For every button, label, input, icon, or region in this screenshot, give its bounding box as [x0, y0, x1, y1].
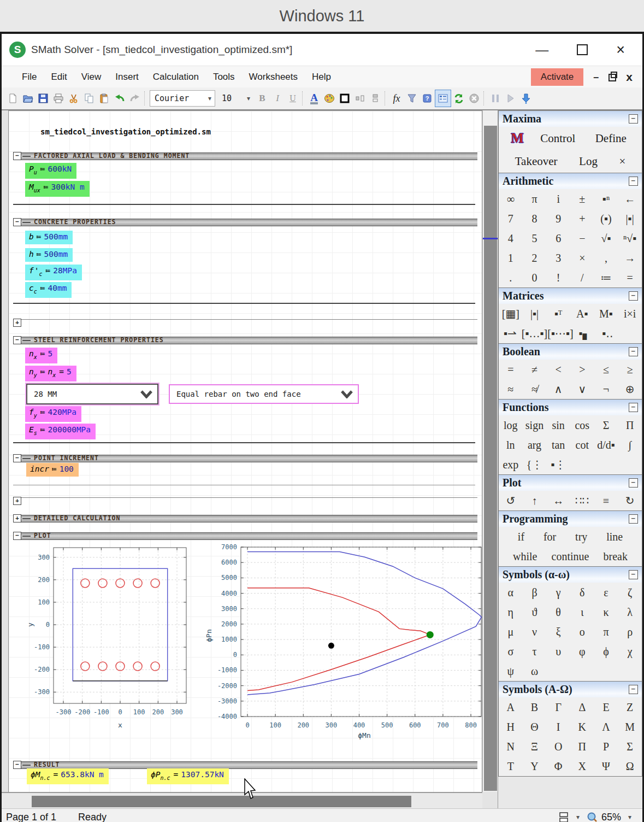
palette-button[interactable]: ⊕ [625, 383, 635, 396]
palette-button[interactable]: I [557, 721, 560, 733]
palette-button[interactable]: σ [507, 645, 513, 658]
show-sidebar-button[interactable] [435, 90, 451, 107]
palette-button[interactable]: ≥ [627, 363, 633, 376]
palette-button[interactable]: φ [579, 645, 586, 658]
palette-button[interactable]: Ξ [531, 741, 538, 753]
redo-button[interactable] [127, 90, 143, 107]
palette-button[interactable]: = [627, 272, 633, 284]
palette-button[interactable]: ≤ [603, 363, 609, 376]
maxima-control-button[interactable]: Control [537, 131, 578, 146]
palette-button[interactable]: K [578, 721, 586, 733]
palette-button[interactable]: log [504, 419, 518, 432]
palette-button[interactable]: |▪| [530, 308, 539, 320]
palette-button[interactable]: ▪▖ [578, 327, 590, 340]
step-button[interactable] [503, 90, 518, 107]
undo-button[interactable] [112, 90, 127, 107]
palette-button[interactable]: line [606, 531, 623, 543]
math-region-ny[interactable]: ny≔nx=5 [25, 366, 76, 381]
panel-header[interactable]: Matrices − [499, 288, 642, 304]
chevron-down-icon[interactable]: ▾ [573, 813, 583, 821]
panel-collapse-icon[interactable]: − [629, 403, 638, 412]
panel-header[interactable]: Boolean − [499, 344, 642, 360]
palette-button[interactable]: γ [556, 586, 561, 599]
vertical-scrollbar-thumb[interactable] [484, 126, 497, 791]
palette-button[interactable]: ↺ [506, 494, 515, 507]
interrupt-button[interactable] [466, 90, 482, 107]
palette-button[interactable]: i×i [624, 308, 636, 320]
palette-button[interactable]: ξ [556, 626, 561, 638]
palette-button[interactable]: μ [507, 626, 513, 638]
palette-button[interactable]: ϕ [603, 645, 609, 658]
palette-button[interactable]: N [507, 741, 515, 753]
palette-button[interactable]: cot [576, 439, 589, 451]
palette-button[interactable]: for [543, 531, 556, 543]
palette-button[interactable]: cos [575, 419, 589, 432]
panel-header[interactable]: Functions − [499, 400, 642, 415]
maxima-log-button[interactable]: Log [576, 154, 601, 169]
panel-collapse-icon[interactable]: − [629, 291, 638, 301]
italic-button[interactable]: I [270, 90, 285, 107]
palette-button[interactable]: while [513, 550, 537, 563]
palette-button[interactable]: Π [626, 419, 634, 432]
save-button[interactable] [36, 90, 51, 107]
palette-button[interactable]: try [575, 531, 587, 543]
palette-button[interactable]: {⋮ [527, 458, 543, 471]
palette-button[interactable]: 2 [531, 252, 537, 265]
palette-button[interactable]: ↔ [553, 495, 564, 507]
palette-button[interactable]: M [625, 721, 635, 733]
palette-button[interactable]: β [531, 586, 537, 599]
menu-item[interactable]: Edit [44, 68, 74, 86]
new-document-button[interactable] [5, 90, 20, 107]
mdi-restore-icon[interactable] [608, 74, 616, 81]
palette-button[interactable]: ε [604, 586, 608, 599]
palette-button[interactable]: δ [580, 586, 584, 599]
palette-button[interactable]: ∧ [554, 383, 563, 396]
mdi-minimize-icon[interactable]: – [593, 75, 599, 79]
cut-button[interactable] [66, 90, 81, 107]
palette-button[interactable]: , [605, 252, 607, 265]
palette-button[interactable]: τ [532, 645, 536, 658]
palette-button[interactable]: υ [556, 645, 561, 658]
palette-button[interactable]: P [603, 741, 609, 753]
maxima-define-button[interactable]: Define [592, 131, 630, 146]
palette-button[interactable]: continue [552, 550, 589, 563]
palette-button[interactable]: ▪⋮ [551, 458, 566, 471]
vertical-scrollbar[interactable] [482, 110, 498, 792]
palette-button[interactable]: ∷∷ [575, 494, 589, 507]
palette-button[interactable]: tan [552, 439, 565, 451]
palette-button[interactable]: ≔ [600, 271, 611, 284]
palette-button[interactable]: ∨ [578, 383, 587, 396]
math-region-h[interactable]: h≔500mm [25, 248, 73, 262]
chevron-down-icon[interactable]: ▾ [244, 95, 253, 102]
collapse-toggle[interactable]: − [13, 761, 21, 769]
mdi-close-icon[interactable]: x [626, 73, 633, 81]
vertical-align-button[interactable] [368, 90, 383, 107]
open-button[interactable] [20, 90, 36, 107]
palette-button[interactable]: × [579, 252, 585, 265]
palette-button[interactable]: χ [628, 645, 633, 658]
menu-item[interactable]: Calculation [146, 68, 206, 86]
palette-button[interactable]: ο [580, 626, 585, 638]
palette-button[interactable]: ϑ [532, 606, 537, 619]
palette-button[interactable]: 6 [556, 232, 561, 245]
page-layout-icon[interactable] [558, 812, 569, 822]
palette-button[interactable]: Y [530, 760, 538, 773]
panel-collapse-icon[interactable]: − [629, 478, 638, 488]
palette-button[interactable]: α [508, 586, 513, 599]
palette-button[interactable]: Π [578, 741, 586, 753]
palette-button[interactable]: 9 [556, 213, 561, 225]
palette-button[interactable]: sin [552, 419, 564, 432]
palette-button[interactable]: Z [627, 701, 633, 714]
palette-button[interactable]: Σ [627, 741, 633, 753]
palette-button[interactable]: / [581, 272, 584, 284]
palette-button[interactable]: 0 [531, 272, 537, 284]
panel-collapse-icon[interactable]: − [629, 514, 638, 524]
palette-button[interactable]: ≉ [531, 383, 537, 396]
palette-button[interactable]: A [507, 701, 515, 714]
panel-header[interactable]: Symbols (α-ω) − [499, 567, 642, 583]
palette-button[interactable]: ≈ [507, 383, 513, 396]
copy-button[interactable] [81, 90, 97, 107]
palette-button[interactable]: 7 [508, 213, 513, 225]
worksheet-page[interactable]: sm_tiedcol_investigation_optimized.sm − … [8, 110, 482, 793]
close-icon[interactable]: × [616, 44, 625, 55]
